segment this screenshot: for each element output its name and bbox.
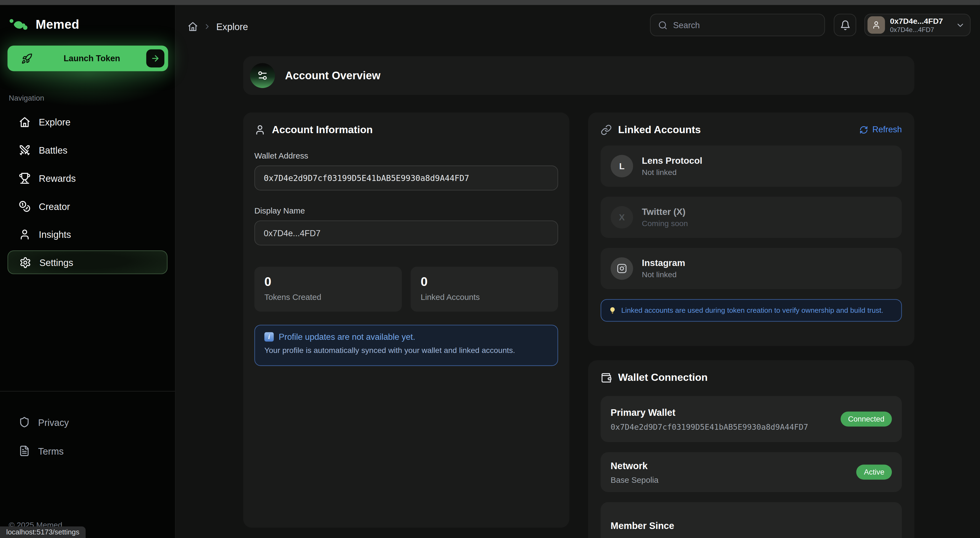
account-information-card: Account Information Wallet Address Displ… — [243, 113, 570, 528]
notice-body: Your profile is automatically synced wit… — [264, 346, 548, 355]
profile-update-notice: i Profile updates are not available yet.… — [255, 325, 558, 366]
search-icon — [658, 20, 667, 30]
arrow-right-icon — [146, 49, 164, 67]
display-name-label: Display Name — [255, 206, 558, 216]
notifications-button[interactable] — [834, 14, 856, 36]
avatar — [867, 16, 885, 33]
row-title: Primary Wallet — [611, 407, 841, 417]
memed-logo-icon — [9, 17, 30, 32]
search-input[interactable] — [673, 20, 817, 30]
sidebar: Memed Launch Token Navigation — [0, 5, 176, 538]
stat-linked-accounts: 0 Linked Accounts — [410, 267, 558, 311]
sidebar-item-label: Battles — [39, 144, 68, 155]
sidebar-item-rewards[interactable]: Rewards — [7, 166, 167, 190]
linked-accounts-tip: Linked accounts are used during token cr… — [601, 299, 902, 322]
stat-tokens-created: 0 Tokens Created — [255, 267, 402, 311]
chevron-right-icon — [203, 22, 211, 31]
account-information-header: Account Information — [255, 124, 558, 135]
stats-row: 0 Tokens Created 0 Linked Accounts — [255, 267, 558, 311]
card-title: Linked Accounts — [618, 124, 701, 135]
linked-item-instagram[interactable]: Instagram Not linked — [601, 248, 902, 289]
stat-label: Tokens Created — [264, 292, 392, 302]
home-icon — [19, 116, 31, 128]
gear-icon — [19, 256, 31, 268]
sliders-icon — [250, 63, 275, 88]
wallet-chip-text: 0x7D4e...4FD7 0x7D4e...4FD7 — [890, 17, 951, 33]
sidebar-item-label: Terms — [38, 446, 64, 456]
launch-token-label: Launch Token — [38, 54, 146, 63]
sidebar-item-battles[interactable]: Battles — [7, 138, 167, 162]
sidebar-item-label: Privacy — [38, 417, 69, 428]
sidebar-item-label: Creator — [39, 201, 70, 211]
browser-status-bar: localhost:5173/settings — [0, 526, 86, 538]
right-column: Linked Accounts Refresh L Len — [588, 113, 914, 538]
green-glow-decoration — [0, 30, 194, 117]
content-columns: Account Information Wallet Address Displ… — [243, 113, 914, 538]
card-title: Account Information — [272, 124, 373, 135]
wallet-address-label: Wallet Address — [255, 151, 558, 160]
status-badge: Connected — [840, 411, 892, 427]
wallet-address-short-sub: 0x7D4e...4FD7 — [890, 26, 951, 33]
linked-item-lens[interactable]: L Lens Protocol Not linked — [601, 146, 902, 187]
sidebar-item-terms[interactable]: Terms — [7, 439, 167, 463]
refresh-button[interactable]: Refresh — [859, 125, 902, 134]
sidebar-item-insights[interactable]: Insights — [7, 222, 167, 246]
linked-accounts-card: Linked Accounts Refresh L Len — [588, 113, 914, 346]
sidebar-footer: Privacy Terms — [0, 391, 175, 468]
breadcrumb-current[interactable]: Explore — [216, 21, 248, 32]
row-text: Primary Wallet 0x7D4e2d9D7cf03199D5E41bA… — [611, 407, 841, 431]
wallet-account-menu[interactable]: 0x7D4e...4FD7 0x7D4e...4FD7 — [864, 14, 970, 36]
coins-icon — [19, 200, 31, 212]
network-row: Network Base Sepolia Active — [601, 452, 902, 492]
search-box — [650, 14, 825, 36]
linked-item-text: Instagram Not linked — [642, 258, 685, 279]
sidebar-item-label: Insights — [39, 229, 71, 240]
tip-text: Linked accounts are used during token cr… — [621, 307, 883, 314]
linked-accounts-header: Linked Accounts Refresh — [601, 124, 902, 135]
wallet-connection-header: Wallet Connection — [601, 371, 902, 383]
page-header-card: Account Overview — [243, 56, 914, 95]
trophy-icon — [19, 172, 31, 184]
refresh-label: Refresh — [872, 125, 902, 134]
user-icon — [19, 228, 31, 240]
row-text: Network Base Sepolia — [611, 460, 856, 484]
sidebar-item-privacy[interactable]: Privacy — [7, 410, 167, 434]
shield-icon — [19, 417, 30, 428]
brand-name: Memed — [35, 17, 80, 32]
file-text-icon — [19, 445, 30, 457]
sidebar-item-label: Explore — [39, 116, 71, 127]
bell-icon — [840, 20, 850, 30]
linked-item-status: Not linked — [642, 168, 702, 177]
main-area: Explore 0x7D4e...4FD7 0x7D4e...4FD7 — [176, 5, 980, 538]
brand: Memed — [0, 5, 175, 32]
linked-item-status: Not linked — [642, 270, 685, 279]
wallet-address-field[interactable] — [255, 165, 558, 190]
sidebar-item-creator[interactable]: Creator — [7, 194, 167, 218]
nav-section-label: Navigation — [9, 94, 175, 103]
sidebar-item-settings[interactable]: Settings — [7, 251, 167, 274]
swords-icon — [19, 144, 31, 156]
lens-avatar: L — [611, 155, 633, 178]
page-title: Account Overview — [285, 69, 380, 82]
notice-title: Profile updates are not available yet. — [279, 332, 415, 341]
link-icon — [601, 124, 612, 135]
chevron-down-icon — [956, 20, 965, 30]
linked-item-name: Instagram — [642, 258, 685, 268]
stat-label: Linked Accounts — [420, 292, 548, 302]
info-icon: i — [264, 332, 274, 341]
sidebar-item-label: Rewards — [39, 173, 76, 183]
member-since-row: Member Since — [601, 502, 902, 538]
home-icon[interactable] — [188, 21, 198, 32]
launch-token-button[interactable]: Launch Token — [7, 46, 168, 71]
linked-item-twitter: X Twitter (X) Coming soon — [601, 197, 902, 238]
lightbulb-icon — [609, 307, 616, 314]
linked-item-text: Lens Protocol Not linked — [642, 156, 702, 177]
refresh-icon — [859, 125, 868, 134]
row-title: Member Since — [611, 520, 892, 531]
wallet-connection-card: Wallet Connection Primary Wallet 0x7D4e2… — [588, 360, 914, 538]
instagram-icon — [611, 257, 633, 280]
wallet-icon — [601, 372, 612, 383]
sidebar-item-explore[interactable]: Explore — [7, 110, 167, 134]
primary-wallet-row: Primary Wallet 0x7D4e2d9D7cf03199D5E41bA… — [601, 396, 902, 442]
display-name-field[interactable] — [255, 221, 558, 245]
